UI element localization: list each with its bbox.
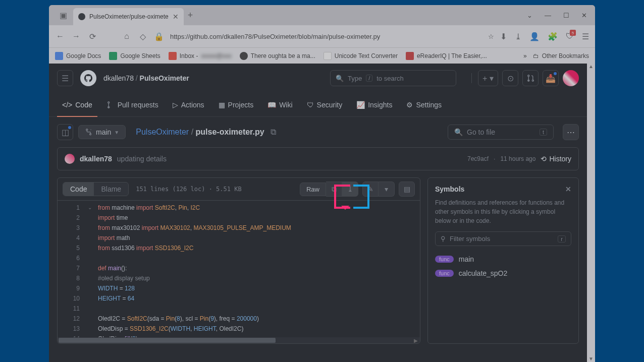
forward-button[interactable]: → [71,31,81,41]
latest-commit-bar[interactable]: dkallen78 updating details 7ec9acf · 11 … [57,147,579,170]
code-line[interactable]: from max30102 import MAX30102, MAX30105_… [98,223,420,233]
code-line[interactable] [98,304,420,314]
back-button[interactable]: ← [55,31,65,41]
bookmarks-overflow-icon[interactable]: » [523,52,527,59]
new-tab-button[interactable]: + [188,10,193,21]
code-line[interactable]: def main(): [98,263,420,273]
line-number[interactable]: 11 [58,304,80,314]
repo-link[interactable]: PulseOximeter [140,74,189,82]
edit-dropdown-button[interactable]: ▾ [379,182,395,197]
github-logo-icon[interactable] [80,70,96,86]
code-viewer[interactable]: 123456789101112131415 ⌄ from machine imp… [58,201,420,343]
bookmark-item[interactable]: eReaderIQ | The Easier,... [406,52,487,60]
code-line[interactable]: #oled display setup [98,273,420,283]
line-number[interactable]: 8 [58,273,80,283]
reload-button[interactable]: ⟳ [87,31,97,41]
code-line[interactable]: WIDTH = 128 [98,283,420,293]
tab-projects[interactable]: ▦Projects [213,93,259,117]
home-button[interactable]: ⌂ [122,31,132,41]
line-number[interactable]: 7 [58,263,80,273]
bookmark-item[interactable]: Unicode Text Converter [324,52,398,60]
code-line[interactable]: from machine import SoftI2C, Pin, I2C [98,203,420,213]
edit-button[interactable]: ✎ [362,182,379,197]
blame-tab-button[interactable]: Blame [94,183,128,196]
tab-close-icon[interactable]: ✕ [173,13,179,21]
symbols-toggle-button[interactable]: ▤ [399,182,415,197]
add-dropdown-button[interactable]: + ▾ [478,70,498,86]
tab-code[interactable]: </>Code [57,93,97,117]
close-symbols-icon[interactable]: ✕ [565,185,571,193]
code-line[interactable]: from ssd1306 import SSD1306_I2C [98,243,420,253]
bookmark-item[interactable]: Inbox -xxxxx@xxx [169,52,232,60]
bookmark-item[interactable]: Google Docs [55,52,101,60]
tab-actions[interactable]: ▷Actions [168,93,209,117]
tab-settings[interactable]: ⚙Settings [401,93,447,117]
user-avatar[interactable] [563,70,579,86]
hamburger-menu-button[interactable]: ☰ [57,70,73,86]
line-number[interactable]: 12 [58,314,80,324]
line-number[interactable]: 4 [58,233,80,243]
commit-author[interactable]: dkallen78 [80,155,112,163]
scroll-right-arrow-icon[interactable]: ▶ [412,338,420,343]
branch-selector-button[interactable]: main ▼ [78,125,126,139]
scroll-down-arrow-icon[interactable]: ▼ [588,356,594,362]
owner-link[interactable]: dkallen78 [103,74,134,82]
tab-pull-requests[interactable]: Pull requests [101,93,164,117]
path-repo-link[interactable]: PulseOximeter [136,128,189,136]
chevron-down-icon[interactable]: ⌄ [527,12,532,19]
line-number[interactable]: 1 [58,203,80,213]
line-number[interactable]: 6 [58,253,80,263]
code-line[interactable]: OledDisp = SSD1306_I2C(WIDTH, HEIGHT, Ol… [98,324,420,334]
download-button[interactable]: ⤓ [342,182,358,197]
code-tab-button[interactable]: Code [63,183,94,196]
global-search-input[interactable]: 🔍 Type / to search [330,70,456,86]
line-number[interactable]: 5 [58,243,80,253]
scroll-thumb[interactable] [59,338,276,343]
go-to-file-input[interactable]: 🔍 Go to file t [448,125,554,140]
extensions-icon[interactable]: 🧩 [548,32,558,41]
account-icon[interactable]: 👤 [529,32,540,41]
inbox-icon-button[interactable]: 📥 [543,70,559,86]
code-line[interactable]: HEIGHT = 64 [98,293,420,304]
history-button[interactable]: ⟲History [541,155,571,163]
browser-tab[interactable]: PulseOximeter/pulse-oximete ✕ [73,8,184,25]
ublock-icon[interactable]: 🛡 [566,32,574,41]
url-field[interactable]: https://github.com/dkallen78/PulseOximet… [170,33,484,40]
commit-sha[interactable]: 7ec9acf [467,155,489,162]
symbol-item[interactable]: funccalculate_spO2 [435,266,571,280]
menu-icon[interactable]: ☰ [582,32,589,41]
tab-security[interactable]: 🛡Security [302,93,348,117]
code-line[interactable] [98,253,420,263]
close-window-icon[interactable]: ✕ [581,12,587,19]
copy-button[interactable]: ⧉ [326,182,342,197]
line-number[interactable]: 13 [58,324,80,334]
raw-button[interactable]: Raw [300,183,326,196]
more-options-button[interactable]: ⋯ [563,124,579,140]
symbol-item[interactable]: funcmain [435,252,571,266]
issues-icon-button[interactable]: ⊙ [502,70,518,86]
pull-requests-icon-button[interactable] [522,70,539,86]
code-line[interactable]: import time [98,213,420,223]
horizontal-scrollbar[interactable]: ▶ [58,337,420,343]
downloads-icon[interactable]: ⤓ [515,32,521,41]
file-tree-toggle-button[interactable]: ◫ [57,124,73,140]
line-number[interactable]: 9 [58,283,80,293]
other-bookmarks-button[interactable]: 🗀 Other Bookmarks [533,52,589,59]
line-number[interactable]: 3 [58,223,80,233]
minimize-icon[interactable]: — [545,12,551,19]
code-line[interactable]: import math [98,233,420,243]
tab-wiki[interactable]: 📖Wiki [262,93,297,117]
pocket-icon[interactable]: ⬇ [500,32,507,41]
bookmark-star-icon[interactable]: ☆ [488,33,494,40]
line-number[interactable]: 10 [58,293,80,304]
shield-icon[interactable]: ◇ [138,31,148,41]
sidebar-toggle-icon[interactable]: ▣ [57,9,69,21]
copy-path-icon[interactable]: ⧉ [271,128,276,136]
tab-insights[interactable]: 📈Insights [351,93,397,117]
bookmark-item[interactable]: Google Sheets [109,52,160,60]
scroll-up-arrow-icon[interactable]: ▲ [588,64,594,70]
maximize-icon[interactable]: ☐ [563,12,569,19]
line-number[interactable]: 2 [58,213,80,223]
code-line[interactable]: OledI2C = SoftI2C(sda = Pin(8), scl = Pi… [98,314,420,324]
symbols-filter-input[interactable]: ⚲ Filter symbols r [435,231,571,246]
